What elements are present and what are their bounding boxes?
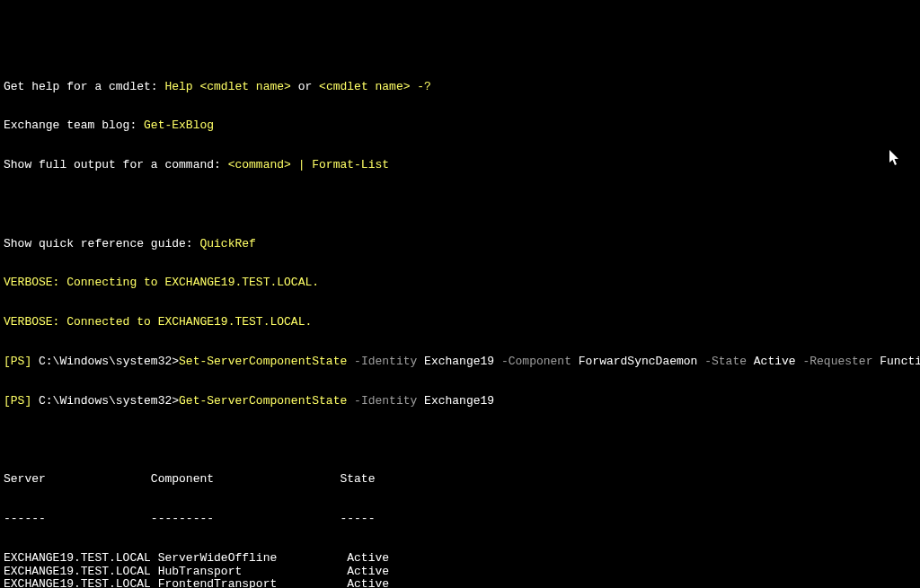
help-line-1: Get help for a cmdlet: Help <cmdlet name…	[4, 81, 916, 94]
verbose-connecting: VERBOSE: Connecting to EXCHANGE19.TEST.L…	[4, 276, 916, 290]
table-separator: ------ --------- -----	[4, 513, 916, 526]
table-row: EXCHANGE19.TEST.LOCAL HubTransport Activ…	[4, 566, 916, 579]
help-line-blog: Exchange team blog: Get-ExBlog	[4, 119, 916, 133]
help-line-fulloutput: Show full output for a command: <command…	[4, 159, 916, 172]
prompt-get-servercomponentstate: [PS] C:\Windows\system32>Get-ServerCompo…	[4, 395, 916, 408]
output-table-body: EXCHANGE19.TEST.LOCAL ServerWideOffline …	[4, 552, 916, 588]
blank-line	[4, 198, 916, 212]
table-row: EXCHANGE19.TEST.LOCAL ServerWideOffline …	[4, 552, 916, 566]
help-line-quickref: Show quick reference guide: QuickRef	[4, 238, 916, 251]
table-row: EXCHANGE19.TEST.LOCAL FrontendTransport …	[4, 578, 916, 588]
table-header: Server Component State	[4, 473, 916, 487]
terminal[interactable]: Get help for a cmdlet: Help <cmdlet name…	[0, 52, 920, 588]
verbose-connected: VERBOSE: Connected to EXCHANGE19.TEST.LO…	[4, 316, 916, 329]
prompt-set-servercomponentstate: [PS] C:\Windows\system32>Set-ServerCompo…	[4, 355, 916, 369]
blank-line	[4, 434, 916, 448]
